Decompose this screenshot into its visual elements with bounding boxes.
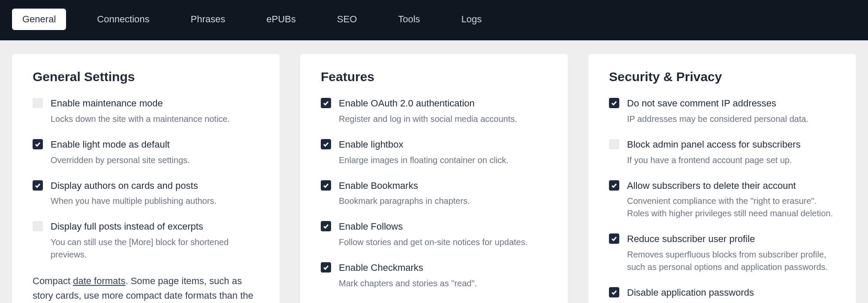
setting-desc: If you have a frontend account page set … [627,154,835,167]
topbar: General Connections Phrases ePUBs SEO To… [0,0,868,40]
setting-row: Do not save comment IP addresses IP addr… [609,97,835,125]
card-features: Features Enable OAuth 2.0 authentication… [300,54,568,303]
setting-desc: IP addresses may be considered personal … [627,113,835,125]
setting-row: Display full posts instead of excerpts Y… [33,220,259,261]
setting-row: Block admin panel access for subscribers… [609,138,835,167]
card-general-settings: General Settings Enable maintenance mode… [12,54,280,303]
setting-row: Allow subscribers to delete their accoun… [609,179,835,220]
setting-desc: Removes superfluous blocks from subscrib… [627,248,835,273]
tab-tools[interactable]: Tools [388,9,430,30]
card-title: General Settings [33,70,259,84]
setting-label: Reduce subscriber user profile [627,233,835,246]
checkbox-subscribers-delete-account[interactable] [609,180,619,191]
setting-label: Display full posts instead of excerpts [51,220,259,233]
checkbox-display-authors[interactable] [33,180,43,191]
checkbox-no-comment-ip[interactable] [609,98,619,108]
setting-row: Enable maintenance mode Locks down the s… [33,97,259,125]
setting-label: Enable light mode as default [51,138,259,152]
setting-row: Enable Checkmarks Mark chapters and stor… [321,261,547,290]
setting-label: Block admin panel access for subscribers [627,138,835,152]
setting-label: Display authors on cards and posts [51,179,259,193]
checkbox-follows[interactable] [321,221,331,231]
setting-row: Enable Follows Follow stories and get on… [321,220,547,248]
setting-desc: Register and log in with social media ac… [339,113,547,125]
setting-row: Reduce subscriber user profile Removes s… [609,233,835,273]
setting-label: Enable Follows [339,220,547,233]
tab-epubs[interactable]: ePUBs [256,9,306,30]
setting-row: Disable application passwords [609,286,835,300]
checkbox-reduce-subscriber-profile[interactable] [609,233,619,244]
setting-desc: Convenient compliance with the "right to… [627,195,835,220]
checkbox-bookmarks[interactable] [321,180,331,191]
link-date-formats[interactable]: date formats [73,276,125,286]
checkbox-oauth[interactable] [321,98,331,108]
tab-connections[interactable]: Connections [87,9,160,30]
setting-label: Allow subscribers to delete their accoun… [627,179,835,193]
tab-phrases[interactable]: Phrases [181,9,236,30]
card-title: Security & Privacy [609,70,835,84]
checkbox-lightbox[interactable] [321,139,331,149]
setting-row: Enable light mode as default Overridden … [33,138,259,167]
setting-label: Do not save comment IP addresses [627,97,835,110]
tab-general[interactable]: General [12,9,66,30]
setting-row: Display authors on cards and posts When … [33,179,259,208]
setting-desc: Locks down the site with a maintenance n… [51,113,259,125]
setting-row: Enable Bookmarks Bookmark paragraphs in … [321,179,547,208]
setting-desc: Mark chapters and stories as "read". [339,277,547,290]
setting-desc: Bookmark paragraphs in chapters. [339,195,547,207]
checkbox-maintenance-mode[interactable] [33,98,43,108]
card-security-privacy: Security & Privacy Do not save comment I… [588,54,856,303]
checkbox-light-mode-default[interactable] [33,139,43,149]
tab-seo[interactable]: SEO [327,9,367,30]
setting-row: Enable OAuth 2.0 authentication Register… [321,97,547,125]
tab-logs[interactable]: Logs [451,9,492,30]
card-title: Features [321,70,547,84]
setting-label: Disable application passwords [627,286,835,300]
setting-label: Enable OAuth 2.0 authentication [339,97,547,110]
setting-label: Enable Bookmarks [339,179,547,193]
content-area: General Settings Enable maintenance mode… [0,40,868,303]
setting-desc: When you have multiple publishing author… [51,195,259,207]
setting-label: Enable maintenance mode [51,97,259,110]
setting-label: Enable lightbox [339,138,547,152]
setting-desc: Overridden by personal site settings. [51,154,259,167]
setting-row: Enable lightbox Enlarge images in floati… [321,138,547,167]
setting-label: Enable Checkmarks [339,261,547,275]
setting-desc: You can still use the [More] block for s… [51,236,259,261]
checkbox-block-admin-subscribers[interactable] [609,139,619,149]
note-date-formats: Compact date formats. Some page items, s… [33,274,259,303]
checkbox-disable-app-passwords[interactable] [609,287,619,297]
checkbox-full-posts[interactable] [33,221,43,231]
checkbox-checkmarks[interactable] [321,262,331,273]
setting-desc: Enlarge images in floating container on … [339,154,547,167]
setting-desc: Follow stories and get on-site notices f… [339,236,547,248]
